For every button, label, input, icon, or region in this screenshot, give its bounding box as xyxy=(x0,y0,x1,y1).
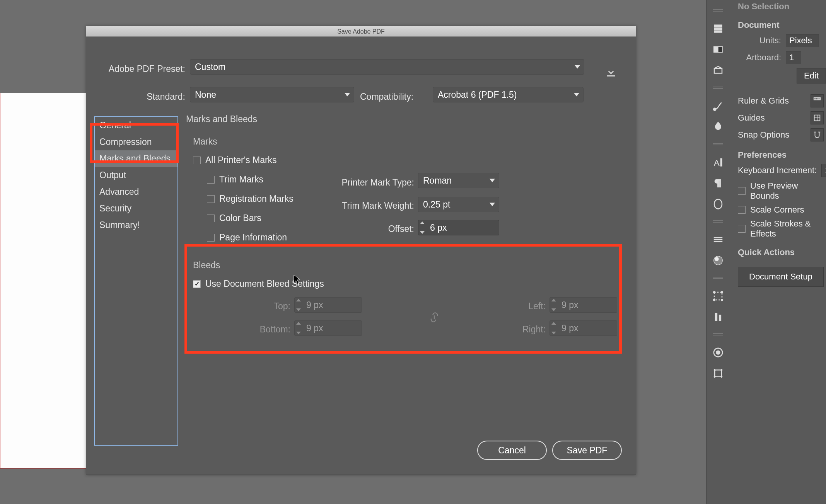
bleed-left-value: 9 px xyxy=(561,300,578,310)
properties-icon[interactable] xyxy=(711,22,725,36)
chevron-down-icon xyxy=(490,179,495,182)
bleed-bottom-input: 9 px xyxy=(294,320,362,336)
scale-corners-label: Scale Corners xyxy=(750,205,804,215)
transform-icon[interactable] xyxy=(711,289,725,303)
marks-heading: Marks xyxy=(193,136,217,147)
opentype-icon[interactable] xyxy=(711,197,725,211)
bleed-top-input: 9 px xyxy=(294,297,362,313)
paragraph-icon[interactable] xyxy=(711,176,725,190)
trim-mark-weight-value: 0.25 pt xyxy=(423,199,450,210)
appearance-icon[interactable] xyxy=(711,346,725,359)
ruler-icon[interactable] xyxy=(811,94,824,107)
units-select[interactable]: Pixels xyxy=(786,34,819,47)
printer-mark-type-value: Roman xyxy=(423,175,452,186)
preferences-heading: Preferences xyxy=(738,150,826,160)
artboard-input[interactable]: 1 xyxy=(786,51,801,64)
libraries-icon[interactable] xyxy=(711,63,725,77)
save-pdf-dialog: Save Adobe PDF Adobe PDF Preset: Custom … xyxy=(86,26,636,475)
guides-label: Guides xyxy=(738,113,765,123)
stepper-icon[interactable] xyxy=(420,221,427,234)
category-compression[interactable]: Compression xyxy=(95,134,177,150)
bleed-bottom-value: 9 px xyxy=(306,323,323,334)
properties-panel: No Selection Document Units: Pixels Artb… xyxy=(730,0,826,504)
bleed-top-label: Top: xyxy=(217,301,290,312)
page-info-checkbox[interactable] xyxy=(207,234,215,242)
category-marks-bleeds[interactable]: Marks and Bleeds xyxy=(95,150,177,167)
stepper-icon xyxy=(551,299,558,311)
registration-marks-label: Registration Marks xyxy=(219,194,294,204)
svg-rect-9 xyxy=(714,292,722,300)
layers-icon[interactable] xyxy=(711,43,725,56)
chevron-down-icon xyxy=(490,203,495,206)
marks-bleeds-panel: Marks and Bleeds Marks All Printer's Mar… xyxy=(186,37,636,475)
bleed-right-input: 9 px xyxy=(550,320,617,336)
guides-icon[interactable] xyxy=(811,111,824,124)
snap-options-label: Snap Options xyxy=(738,130,789,140)
registration-marks-checkbox[interactable] xyxy=(207,195,215,203)
bleeds-heading: Bleeds xyxy=(193,260,220,271)
page-info-label: Page Information xyxy=(219,232,287,243)
gradient-icon[interactable] xyxy=(711,254,725,267)
svg-point-12 xyxy=(713,299,715,301)
stepper-icon xyxy=(296,299,303,311)
svg-point-3 xyxy=(713,108,717,111)
symbols-icon[interactable] xyxy=(711,120,725,134)
svg-text:A: A xyxy=(714,158,720,168)
align-icon[interactable] xyxy=(711,310,725,324)
svg-point-11 xyxy=(721,291,723,293)
keyboard-increment-input[interactable]: 1 xyxy=(821,164,826,177)
category-list: General Compression Marks and Bleeds Out… xyxy=(94,116,178,446)
category-summary[interactable]: Summary! xyxy=(95,217,177,233)
svg-rect-18 xyxy=(715,370,722,377)
use-document-bleed-label: Use Document Bleed Settings xyxy=(205,279,324,289)
svg-point-13 xyxy=(721,299,723,301)
offset-input[interactable]: 6 px xyxy=(418,220,499,235)
link-values-icon xyxy=(429,310,440,325)
trim-mark-weight-select[interactable]: 0.25 pt xyxy=(418,197,499,212)
trim-mark-weight-label: Trim Mark Weight: xyxy=(310,201,414,211)
category-security[interactable]: Security xyxy=(95,200,177,217)
edit-artboards-button[interactable]: Edit xyxy=(797,68,826,83)
trim-marks-label: Trim Marks xyxy=(219,174,263,185)
document-setup-button[interactable]: Document Setup xyxy=(738,267,824,287)
artboard-label: Artboard: xyxy=(738,53,781,63)
bleed-top-value: 9 px xyxy=(306,300,323,310)
svg-rect-5 xyxy=(720,158,722,166)
stepper-icon xyxy=(296,322,303,334)
cancel-button[interactable]: Cancel xyxy=(477,441,547,460)
save-pdf-button[interactable]: Save PDF xyxy=(552,441,622,460)
scale-corners-checkbox[interactable] xyxy=(738,206,746,214)
grip-icon xyxy=(713,277,723,280)
bleed-left-label: Left: xyxy=(472,301,546,312)
trim-marks-checkbox[interactable] xyxy=(207,176,215,184)
bleed-right-label: Right: xyxy=(472,324,546,335)
artboards-icon[interactable] xyxy=(711,366,725,380)
all-printers-marks-checkbox[interactable] xyxy=(193,157,201,164)
use-document-bleed-checkbox[interactable] xyxy=(193,280,201,288)
grip-icon xyxy=(713,143,723,146)
all-printers-marks-label: All Printer's Marks xyxy=(205,155,277,165)
stroke-icon[interactable] xyxy=(711,233,725,247)
printer-mark-type-label: Printer Mark Type: xyxy=(310,177,414,188)
color-bars-checkbox[interactable] xyxy=(207,215,215,222)
category-advanced[interactable]: Advanced xyxy=(95,184,177,200)
scale-strokes-checkbox[interactable] xyxy=(738,225,746,233)
svg-point-10 xyxy=(713,291,715,293)
grip-icon xyxy=(713,87,723,90)
grip-icon xyxy=(713,9,723,12)
units-label: Units: xyxy=(738,36,781,46)
brushes-icon[interactable] xyxy=(711,99,725,113)
color-bars-label: Color Bars xyxy=(219,213,261,223)
svg-rect-2 xyxy=(714,68,722,73)
category-general[interactable]: General xyxy=(95,117,177,134)
use-preview-bounds-checkbox[interactable] xyxy=(738,187,746,195)
svg-point-17 xyxy=(716,351,720,354)
category-output[interactable]: Output xyxy=(95,167,177,184)
svg-point-6 xyxy=(714,199,722,209)
use-preview-bounds-label: Use Preview Bounds xyxy=(750,181,826,201)
svg-point-8 xyxy=(715,257,718,261)
snap-icon[interactable] xyxy=(811,128,824,141)
grip-icon xyxy=(713,220,723,223)
printer-mark-type-select[interactable]: Roman xyxy=(418,173,499,188)
character-icon[interactable]: A xyxy=(711,155,725,169)
